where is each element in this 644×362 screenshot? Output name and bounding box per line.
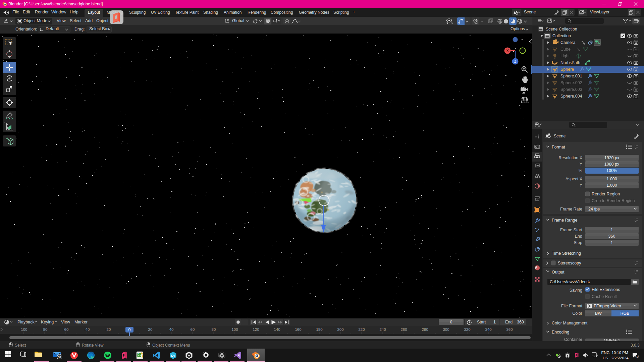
svg-text:File Format: File Format [561,304,583,308]
svg-text:360: 360 [506,327,513,331]
svg-text:340: 340 [485,327,491,331]
svg-text:260: 260 [400,327,407,331]
svg-text:Scene: Scene [554,134,566,138]
svg-text:Resolution X: Resolution X [558,156,583,160]
svg-text:32: 32 [58,355,62,359]
svg-text:Crop to Render Region: Crop to Render Region [592,198,635,203]
svg-text:BW: BW [595,311,602,316]
svg-text:100: 100 [231,327,238,331]
svg-text:220: 220 [358,327,365,331]
svg-text:1.000: 1.000 [606,183,617,188]
svg-text:File Extensions: File Extensions [592,287,620,292]
svg-text:Cache Result: Cache Result [592,294,617,299]
svg-text:40: 40 [169,327,174,331]
svg-text:Frame Rate: Frame Rate [560,207,582,212]
svg-text:View: View [61,320,70,324]
svg-text:Z: Z [514,60,516,63]
svg-text:Render Region: Render Region [592,192,620,196]
svg-text:RGB: RGB [620,311,629,316]
svg-text:Color: Color [572,311,582,316]
svg-text:180: 180 [316,327,322,331]
svg-text:Encoding: Encoding [552,330,569,335]
svg-text:Keying: Keying [41,320,54,324]
svg-text:X: X [506,49,509,53]
svg-text:Frame Range: Frame Range [552,218,577,223]
svg-text:-60: -60 [63,327,69,331]
svg-text:-20: -20 [105,327,111,331]
svg-text:1: 1 [493,320,496,324]
svg-text:Time Stretching: Time Stretching [552,251,581,256]
svg-text:Y: Y [580,183,583,188]
svg-text:FFmpeg Video: FFmpeg Video [594,304,621,308]
svg-text:NurbsPath: NurbsPath [560,60,580,65]
svg-text:MPEG-4: MPEG-4 [604,338,620,341]
svg-text:300: 300 [443,327,449,331]
svg-text:Step: Step [574,240,582,245]
svg-text:Sphere.004: Sphere.004 [560,94,582,99]
svg-text:0: 0 [128,327,131,332]
svg-text:1: 1 [611,228,613,232]
svg-text:20: 20 [148,327,153,331]
svg-text:Sphere: Sphere [560,67,574,72]
svg-text:240: 240 [379,327,386,331]
svg-text:-80: -80 [42,327,48,331]
svg-text:0: 0 [450,320,452,324]
svg-text:200: 200 [337,327,343,331]
svg-text:Sphere.002: Sphere.002 [560,80,582,85]
svg-text:Saving: Saving [570,288,582,293]
svg-text:C:\Users\awv\Videos\: C:\Users\awv\Videos\ [550,280,590,284]
svg-text:1.000: 1.000 [606,177,617,181]
svg-text:1: 1 [611,240,613,245]
svg-text:Output: Output [552,270,565,275]
svg-text:1920 px: 1920 px [604,156,620,160]
svg-text:24 fps: 24 fps [588,207,600,212]
svg-text:Marker: Marker [74,320,88,324]
svg-text:280: 280 [422,327,428,331]
svg-text:1: 1 [636,355,638,358]
svg-text:160: 160 [295,327,301,331]
svg-text:Container: Container [564,337,582,341]
svg-text:End: End [505,320,513,324]
svg-text:Stereoscopy: Stereoscopy [558,261,581,265]
svg-text:Start: Start [477,320,486,324]
svg-text:Collection: Collection [552,34,571,38]
svg-text:100%: 100% [606,168,617,173]
svg-text:Light: Light [560,54,570,58]
svg-text:140: 140 [274,327,280,331]
svg-text:End: End [575,234,582,239]
svg-text:Y: Y [580,162,583,167]
svg-text:-100: -100 [19,327,27,331]
svg-text:360: 360 [517,320,524,324]
svg-text:Scene Collection: Scene Collection [546,27,577,32]
svg-text:Sphere.001: Sphere.001 [560,74,582,78]
svg-text:360: 360 [608,234,615,239]
svg-text:Dv: Dv [171,354,175,357]
svg-text:1080 px: 1080 px [604,162,620,167]
svg-text:120: 120 [253,327,259,331]
svg-text:%: % [579,168,582,173]
svg-text:320: 320 [464,327,470,331]
svg-text:Sphere.003: Sphere.003 [560,87,582,92]
svg-text:Cube: Cube [560,47,571,52]
svg-text:60: 60 [191,327,195,331]
svg-text:-40: -40 [84,327,90,331]
svg-text:Frame Start: Frame Start [560,228,583,232]
svg-text:Playback: Playback [17,320,35,324]
svg-text:80: 80 [212,327,216,331]
svg-text:Color Management: Color Management [552,321,588,325]
svg-text:Aspect X: Aspect X [566,177,583,181]
svg-text:Camera: Camera [560,40,576,45]
svg-text:Format: Format [552,145,565,149]
